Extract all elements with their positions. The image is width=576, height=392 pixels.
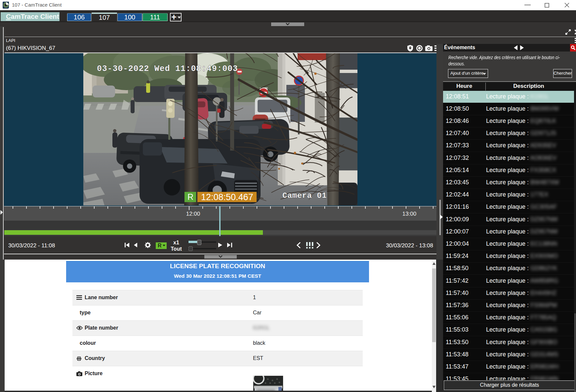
svg-text:03-30-2022 Wed 11:08:49:003: 03-30-2022 Wed 11:08:49:003 (97, 64, 238, 74)
svg-text:Camera 01: Camera 01 (282, 191, 327, 200)
svg-text:R: R (187, 192, 193, 201)
svg-text:12:08:50.467: 12:08:50.467 (201, 192, 253, 202)
